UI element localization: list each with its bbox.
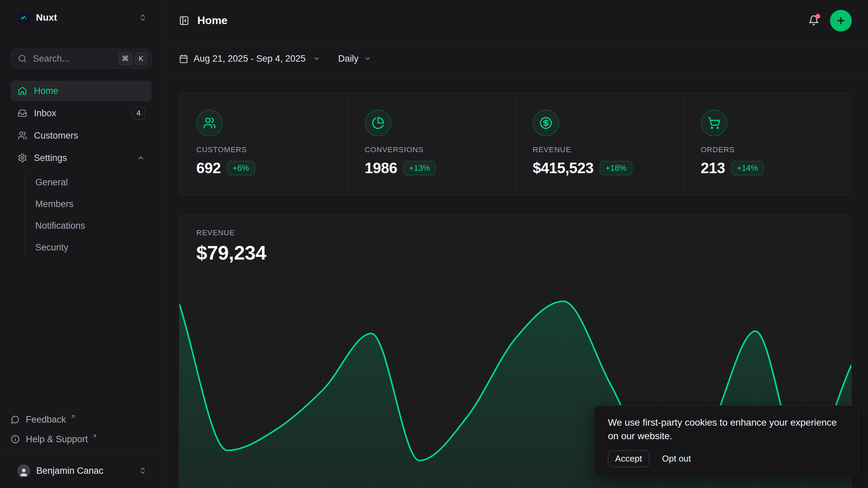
sidebar-subitem-members[interactable]: Members [35, 193, 152, 215]
search-kbd-hints: ⌘ K [118, 53, 147, 65]
avatar [17, 464, 30, 477]
revenue-chart-header: REVENUE $79,234 [179, 229, 851, 263]
stat-label: CONVERSIONS [365, 146, 509, 154]
plus-icon [836, 16, 846, 26]
chevron-down-icon [313, 55, 320, 62]
revenue-chart-label: REVENUE [196, 229, 834, 237]
search-icon [18, 54, 27, 63]
stat-icon-circle [701, 110, 727, 136]
workspace-switcher[interactable]: Nuxt [11, 9, 152, 26]
external-link-arrow-icon [92, 433, 97, 439]
calendar-icon [179, 54, 188, 63]
sidebar-item-label: Settings [34, 153, 67, 163]
sidebar-subitem-label: General [35, 177, 68, 188]
chevron-down-icon [364, 55, 371, 62]
users-icon [18, 131, 27, 140]
cookie-banner: We use first-party cookies to enhance yo… [594, 405, 859, 476]
feedback-link[interactable]: Feedback [11, 410, 152, 429]
notifications-button[interactable] [808, 15, 820, 26]
user-menu[interactable]: Benjamin Canac [11, 460, 152, 482]
granularity-select[interactable]: Daily [338, 54, 371, 64]
filters-toolbar: Aug 21, 2025 - Sep 4, 2025 Daily [163, 41, 868, 76]
date-range-picker[interactable]: Aug 21, 2025 - Sep 4, 2025 [179, 54, 320, 64]
kbd-meta: ⌘ [118, 53, 132, 65]
inbox-icon [18, 108, 27, 118]
stat-delta-badge: +18% [600, 161, 632, 175]
shopping-cart-icon [708, 117, 721, 129]
cookie-actions: Accept Opt out [608, 450, 845, 467]
nuxt-logo-icon [20, 14, 27, 21]
notification-dot [815, 14, 820, 19]
chevrons-up-down-icon [139, 467, 147, 475]
search-bar[interactable]: ⌘ K [11, 49, 152, 68]
house-icon [18, 86, 27, 96]
sidebar-collapse-button[interactable] [179, 16, 189, 26]
stat-value: 692 [196, 159, 221, 177]
sidebar-item-label: Customers [34, 130, 78, 141]
add-button[interactable] [830, 10, 852, 32]
chevrons-up-down-icon [139, 14, 147, 22]
stat-customers: CUSTOMERS 692 +6% [179, 93, 348, 195]
inbox-count-badge: 4 [132, 107, 145, 120]
users-icon [203, 117, 216, 129]
user-name: Benjamin Canac [36, 466, 103, 476]
feedback-label: Feedback [26, 414, 66, 425]
brand-name: Nuxt [36, 12, 57, 23]
message-circle-icon [11, 415, 20, 424]
sidebar-item-inbox[interactable]: Inbox 4 [11, 103, 152, 123]
stat-revenue: REVENUE $415,523 +18% [515, 93, 684, 195]
stat-label: ORDERS [701, 146, 845, 154]
stat-value: 213 [701, 159, 725, 177]
date-range-value: Aug 21, 2025 - Sep 4, 2025 [194, 54, 305, 64]
search-input[interactable] [33, 54, 112, 64]
stat-delta-badge: +14% [731, 161, 764, 175]
sidebar-user-section: Benjamin Canac [0, 454, 162, 488]
person-silhouette-icon [19, 467, 29, 477]
accept-button[interactable]: Accept [608, 450, 649, 467]
sidebar-subitem-general[interactable]: General [35, 171, 152, 193]
sidebar-subitem-label: Members [35, 199, 74, 209]
nuxt-logo [17, 11, 30, 24]
cookie-message: We use first-party cookies to enhance yo… [608, 416, 839, 443]
stat-icon-circle [533, 110, 559, 136]
stat-delta-badge: +13% [403, 161, 436, 175]
pie-chart-icon [372, 117, 384, 129]
stat-label: REVENUE [533, 146, 677, 154]
sidebar-subitem-label: Notifications [35, 221, 85, 231]
revenue-chart-value: $79,234 [196, 242, 834, 263]
chevron-up-icon [137, 154, 145, 162]
sidebar-item-customers[interactable]: Customers [11, 125, 152, 146]
opt-out-button[interactable]: Opt out [662, 453, 691, 464]
sidebar-subitem-security[interactable]: Security [35, 237, 152, 258]
sidebar: Nuxt ⌘ K Home Inbox 4 [0, 0, 163, 488]
sidebar-item-home[interactable]: Home [11, 81, 152, 101]
gear-icon [18, 153, 27, 163]
sidebar-subitem-label: Security [35, 242, 68, 253]
stat-delta-badge: +6% [227, 161, 255, 175]
stat-value: $415,523 [533, 159, 594, 177]
stat-icon-circle [196, 110, 223, 136]
page-title: Home [197, 14, 228, 27]
help-support-link[interactable]: Help & Support [11, 429, 152, 449]
external-link-arrow-icon [70, 414, 76, 419]
settings-subnav: General Members Notifications Security [24, 171, 152, 258]
panel-left-close-icon [179, 16, 189, 26]
sidebar-nav: Home Inbox 4 Customers Settings [11, 81, 152, 258]
help-support-label: Help & Support [26, 434, 88, 445]
stat-icon-circle [365, 110, 391, 136]
page-header: Home [163, 0, 868, 41]
sidebar-item-settings[interactable]: Settings [11, 148, 152, 168]
stats-card: CUSTOMERS 692 +6% CONVERSIONS 1986 +13% [179, 93, 852, 196]
sidebar-subitem-notifications[interactable]: Notifications [35, 215, 152, 237]
sidebar-item-label: Inbox [34, 108, 56, 119]
kbd-key: K [135, 53, 147, 65]
sidebar-item-label: Home [34, 86, 58, 96]
stat-label: CUSTOMERS [196, 146, 341, 154]
header-actions [808, 10, 852, 32]
sidebar-footer: Feedback Help & Support [11, 410, 152, 454]
info-circle-icon [11, 435, 20, 444]
stat-value: 1986 [365, 159, 397, 177]
stat-orders: ORDERS 213 +14% [684, 93, 852, 195]
granularity-value: Daily [338, 54, 358, 64]
circle-dollar-icon [539, 117, 552, 129]
